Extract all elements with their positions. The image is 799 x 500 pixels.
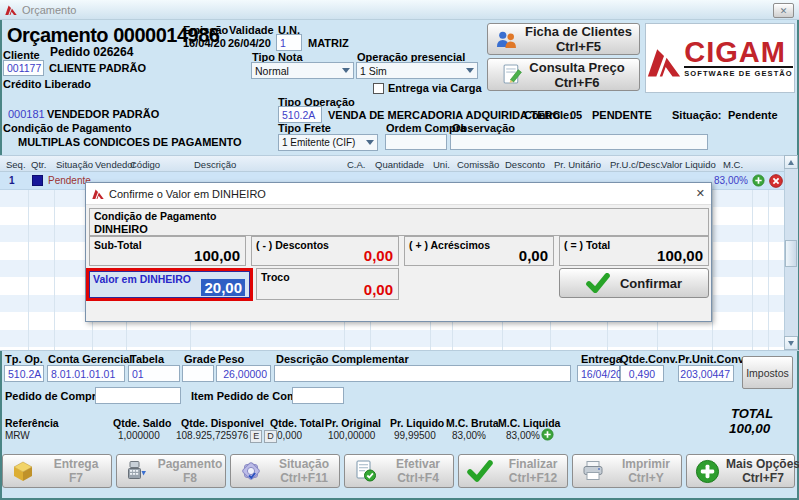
un-name: MATRIZ <box>308 37 349 49</box>
peso-field[interactable]: 26,00000 <box>216 365 271 382</box>
imprimir-label: Imprimir <box>622 457 670 471</box>
flag-d-badge: D <box>264 430 277 443</box>
col-codigo[interactable]: Código <box>130 159 160 170</box>
printer-icon <box>581 460 605 482</box>
col-mc[interactable]: M.C. <box>723 159 743 170</box>
item-pedido-compra-field[interactable] <box>292 387 344 404</box>
situacao-btn-label: Situação <box>279 457 329 471</box>
col-ca[interactable]: C.A. <box>347 159 365 170</box>
tabela-field[interactable]: 01 <box>128 365 180 382</box>
mc-bruta-label: M.C. Bruta <box>446 417 499 429</box>
qtde-total-value: 0,000 <box>277 430 302 441</box>
window-close-button[interactable]: ✕ <box>773 3 794 18</box>
close-icon: ✕ <box>780 6 788 16</box>
row1-delete-x-icon[interactable] <box>769 174 783 188</box>
qtde-saldo-label: Qtde. Saldo <box>113 417 171 429</box>
observacao-label: Observação <box>452 122 515 134</box>
scrollbar-up-button[interactable] <box>784 155 798 169</box>
finalizar-button[interactable]: FinalizarCtrl+F12 <box>458 454 568 488</box>
pagamento-button[interactable]: PagamentoF8 <box>116 454 226 488</box>
troco-value: 0,00 <box>364 281 393 298</box>
row1-situacao-color-square <box>32 175 43 186</box>
entrega-data-label: Entrega <box>581 353 622 365</box>
col-situacao[interactable]: Situação <box>56 159 93 170</box>
pr-liquido-value: 99,99500 <box>394 430 436 441</box>
valor-dinheiro-value[interactable]: 20,00 <box>201 279 245 296</box>
confirmar-button[interactable]: Confirmar <box>559 268 709 298</box>
impostos-button[interactable]: Impostos <box>742 356 793 389</box>
plus-circle-icon <box>695 459 720 484</box>
mais-opcoes-button[interactable]: Mais OpçõesCtrl+F7 <box>686 454 795 488</box>
tipo-operacao-code: 510.2A <box>282 109 315 121</box>
dialog-close-icon[interactable]: ✕ <box>696 187 705 200</box>
scrollbar-thumb[interactable] <box>785 240 797 267</box>
valor-dinheiro-field[interactable]: Valor em DINHEIRO 20,00 <box>86 268 253 301</box>
confirm-check-icon <box>586 273 610 293</box>
efetivar-button[interactable]: EfetivarCtrl+F4 <box>344 454 454 488</box>
troco-panel: Troco 0,00 <box>256 268 399 300</box>
consulta-label: Consulta Preço <box>529 60 624 75</box>
pagamento-key: F8 <box>183 471 197 485</box>
controle-value: 05 <box>570 109 582 121</box>
col-comissao[interactable]: Comissão <box>457 159 499 170</box>
finalizar-key: Ctrl+F12 <box>509 471 557 485</box>
dialog-title-bar[interactable]: Confirme o Valor em DINHEIRO ✕ <box>86 183 711 205</box>
tipo-operacao-field[interactable]: 510.2A <box>278 106 322 123</box>
efetivar-label: Efetivar <box>396 457 440 471</box>
situacao-button[interactable]: SituaçãoCtrl+F11 <box>230 454 340 488</box>
ficha-de-clientes-button[interactable]: Ficha de Clientes Ctrl+F5 <box>487 23 640 55</box>
details-separator <box>0 350 799 351</box>
col-uni[interactable]: Uni. <box>433 159 450 170</box>
col-desconto[interactable]: Desconto <box>505 159 545 170</box>
col-descricao[interactable]: Descrição <box>194 159 236 170</box>
conta-gerencial-field[interactable]: 8.01.01.01.01 <box>47 365 125 382</box>
mc-liquida-plus-icon[interactable] <box>541 428 554 441</box>
imprimir-button[interactable]: ImprimirCtrl+Y <box>572 454 682 488</box>
col-quantidade[interactable]: Quantidade <box>375 159 424 170</box>
scrollbar-down-button[interactable] <box>784 336 798 350</box>
tipo-nota-select[interactable]: Normal <box>251 62 354 79</box>
imprimir-key: Ctrl+Y <box>628 471 664 485</box>
tp-op-label: Tp. Op. <box>5 353 43 365</box>
cigam-logo-panel: CIGAM SOFTWARE DE GESTÃO <box>645 23 795 93</box>
emissao-label: Emissão <box>183 24 228 36</box>
qtde-saldo-value: 1,000000 <box>118 430 160 441</box>
ordem-compra-field[interactable] <box>385 134 447 150</box>
impostos-label: Impostos <box>746 367 789 379</box>
entrega-button[interactable]: EntregaF7 <box>2 454 112 488</box>
cliente-code-field[interactable]: 001177 <box>3 60 44 76</box>
confirm-dinheiro-dialog: Confirme o Valor em DINHEIRO ✕ Condição … <box>85 182 712 322</box>
tipo-frete-select[interactable]: 1 Emitente (CIF) <box>278 134 378 151</box>
col-qtr[interactable]: Qtr. <box>31 159 46 170</box>
pedido-compra-field[interactable] <box>95 387 181 404</box>
entrega-carga-checkbox[interactable] <box>373 83 384 94</box>
troco-label: Troco <box>261 271 290 283</box>
entrega-data-field[interactable]: 16/04/20 <box>577 365 620 382</box>
un-field[interactable]: 1 <box>276 34 302 51</box>
grade-field[interactable] <box>182 365 214 382</box>
emissao-value: 16/04/20 <box>183 37 226 49</box>
col-seq[interactable]: Seq. <box>6 159 26 170</box>
operacao-presencial-select[interactable]: 1 Sim <box>356 62 478 79</box>
operacao-value: 1 Sim <box>360 65 387 77</box>
pr-unit-conv-field[interactable]: 203,00447 <box>678 365 734 382</box>
total-panel: ( = ) Total 100,00 <box>559 236 709 266</box>
vendedor-code: 000181 <box>8 108 45 120</box>
col-pr-unitario[interactable]: Pr. Unitário <box>554 159 601 170</box>
qtde-disponivel-value: 108.925,725976ED <box>176 430 277 443</box>
grand-total-value: 100,00 <box>729 421 770 436</box>
qtde-conv-value: 0,490 <box>629 368 655 380</box>
qtde-conv-field[interactable]: 0,490 <box>620 365 664 382</box>
tp-op-field[interactable]: 510.2A <box>4 365 44 382</box>
entrega-data-value: 16/04/20 <box>581 368 622 380</box>
row1-expand-plus-icon[interactable] <box>752 174 765 187</box>
cliente-name: CLIENTE PADRÃO <box>49 62 146 74</box>
col-pr-u-c-desc[interactable]: Pr.U.c/Desc. <box>610 159 663 170</box>
pedido-number: Pedido 026264 <box>50 45 133 59</box>
col-valor-liquido[interactable]: Valor Liquido <box>661 159 716 170</box>
pr-unit-conv-value: 203,00447 <box>680 368 730 380</box>
cliente-code: 001177 <box>7 62 41 74</box>
descricao-complementar-field[interactable] <box>274 365 571 382</box>
consulta-preco-button[interactable]: Consulta Preço Ctrl+F6 <box>487 58 640 91</box>
observacao-field[interactable] <box>450 134 708 150</box>
